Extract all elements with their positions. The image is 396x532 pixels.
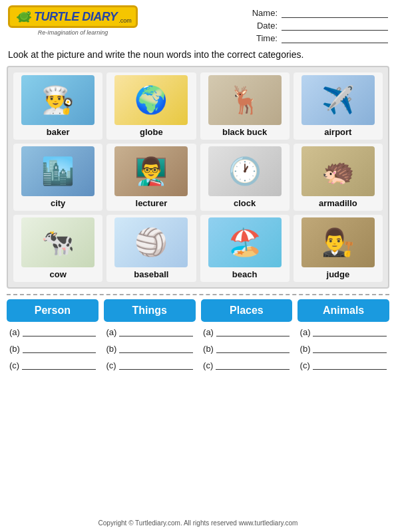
footer: Copyright © Turtlediary.com. All rights … [0, 515, 396, 529]
image-item-cow: 🐄cow [13, 215, 102, 282]
image-item-blackbuck: 🦌black buck [200, 72, 290, 140]
image-label-airport: airport [324, 127, 351, 137]
image-box-cow: 🐄 [21, 217, 95, 267]
category-btn-person[interactable]: Person [7, 299, 99, 322]
image-label-cow: cow [49, 269, 66, 279]
image-label-globe: globe [140, 127, 163, 137]
date-row: Date: [251, 21, 388, 31]
image-item-baseball: 🏐baseball [106, 215, 196, 282]
image-box-blackbuck: 🦌 [208, 75, 282, 125]
answer-line-things [119, 344, 193, 353]
answer-prefix-label: (b) [300, 344, 311, 354]
image-box-armadillo: 🦔 [301, 146, 375, 196]
answer-line-places [216, 360, 290, 370]
answer-col-things-c: (c) [106, 360, 193, 370]
category-btn-places[interactable]: Places [201, 299, 293, 322]
form-fields: Name: Date: Time: [251, 5, 388, 43]
answer-line-things [119, 327, 193, 336]
categories-row: PersonThingsPlacesAnimals [0, 299, 396, 322]
time-row: Time: [251, 33, 388, 43]
answer-line-things [119, 360, 193, 370]
answer-line-places [216, 344, 290, 353]
category-btn-things[interactable]: Things [104, 299, 196, 322]
answer-line-person [23, 344, 97, 353]
answer-prefix-label: (b) [106, 344, 117, 354]
images-grid: 👨‍🍳baker🌍globe🦌black buck✈️airport🏙️city… [13, 72, 383, 282]
answer-prefix-label: (a) [9, 327, 20, 337]
date-label: Date: [251, 21, 278, 31]
image-box-judge: 👨‍⚖️ [301, 217, 375, 267]
image-item-judge: 👨‍⚖️judge [294, 215, 383, 282]
answer-line-animals [313, 327, 387, 336]
answer-col-places-a: (a) [203, 327, 290, 337]
image-label-blackbuck: black buck [222, 127, 267, 137]
answer-prefix-label: (c) [9, 360, 19, 370]
image-label-beach: beach [232, 269, 258, 279]
answer-line-animals [313, 344, 387, 353]
image-item-airport: ✈️airport [294, 72, 383, 140]
image-item-city: 🏙️city [13, 144, 102, 211]
answer-col-animals-b: (b) [300, 344, 387, 354]
image-box-airport: ✈️ [301, 75, 375, 125]
image-label-clock: clock [234, 198, 256, 208]
logo-text: TURTLE DIARY [34, 10, 117, 24]
image-label-lecturer: lecturer [136, 198, 168, 208]
answer-line-places [216, 327, 290, 336]
answer-section: (a)(a)(a)(a)(b)(b)(b)(b)(c)(c)(c)(c) [0, 327, 396, 370]
svg-point-8 [27, 21, 29, 23]
time-line [282, 34, 388, 43]
answer-row-a: (a)(a)(a)(a) [9, 327, 387, 337]
answer-col-person-c: (c) [9, 360, 96, 370]
image-item-globe: 🌍globe [106, 72, 196, 140]
image-box-baseball: 🏐 [114, 217, 188, 267]
answer-row-b: (b)(b)(b)(b) [9, 344, 387, 354]
answer-prefix-label: (a) [203, 327, 214, 337]
image-label-judge: judge [327, 269, 350, 279]
image-box-globe: 🌍 [114, 75, 188, 125]
answer-prefix-label: (a) [106, 327, 117, 337]
image-label-city: city [51, 198, 65, 208]
images-section: 👨‍🍳baker🌍globe🦌black buck✈️airport🏙️city… [7, 66, 389, 289]
image-label-baker: baker [47, 127, 70, 137]
answer-prefix-label: (a) [300, 327, 311, 337]
logo-area: TURTLE DIARY .com Re-Imagination of lear… [8, 5, 138, 36]
answer-col-person-b: (b) [9, 344, 96, 354]
answer-col-places-c: (c) [203, 360, 290, 370]
image-box-lecturer: 👨‍🏫 [114, 146, 188, 196]
answer-prefix-label: (b) [9, 344, 20, 354]
answer-col-things-a: (a) [106, 327, 193, 337]
image-item-beach: 🏖️beach [200, 215, 290, 282]
svg-point-2 [21, 13, 27, 19]
answer-line-animals [313, 360, 387, 370]
svg-point-7 [19, 21, 21, 23]
category-btn-animals[interactable]: Animals [297, 299, 389, 322]
image-item-baker: 👨‍🍳baker [13, 72, 102, 140]
answer-line-person [22, 360, 96, 370]
dashed-divider [7, 294, 389, 295]
header: TURTLE DIARY .com Re-Imagination of lear… [0, 0, 396, 46]
svg-point-9 [28, 12, 29, 13]
svg-point-6 [29, 17, 31, 19]
answer-col-person-a: (a) [9, 327, 96, 337]
svg-point-5 [17, 17, 19, 19]
image-box-city: 🏙️ [21, 146, 95, 196]
answer-col-animals-c: (c) [300, 360, 387, 370]
name-row: Name: [251, 8, 388, 18]
answer-prefix-label: (c) [106, 360, 116, 370]
time-label: Time: [251, 33, 278, 43]
image-box-beach: 🏖️ [208, 217, 282, 267]
answer-prefix-label: (c) [300, 360, 310, 370]
answer-prefix-label: (c) [203, 360, 213, 370]
answer-row-c: (c)(c)(c)(c) [9, 360, 387, 370]
image-label-armadillo: armadillo [319, 198, 357, 208]
answer-col-animals-a: (a) [300, 327, 387, 337]
date-line [282, 21, 388, 31]
logo-box: TURTLE DIARY .com [8, 5, 138, 28]
image-item-armadillo: 🦔armadillo [294, 144, 383, 211]
image-label-baseball: baseball [134, 269, 168, 279]
name-line [282, 9, 388, 18]
logo-tagline: Re-Imagination of learning [38, 29, 108, 36]
answer-col-things-b: (b) [106, 344, 193, 354]
answer-prefix-label: (b) [203, 344, 214, 354]
answer-line-person [23, 327, 97, 336]
